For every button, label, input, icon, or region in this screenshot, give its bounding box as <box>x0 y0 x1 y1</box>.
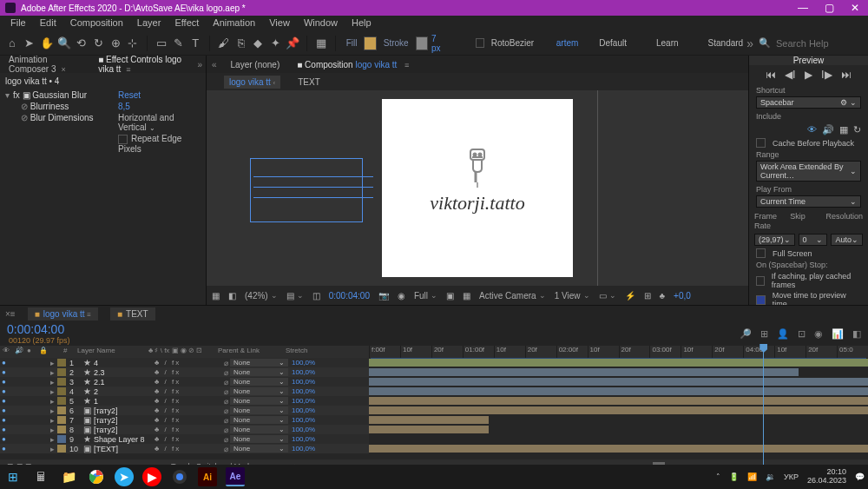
search-help-input[interactable] <box>776 38 863 49</box>
layer-duration-bar[interactable] <box>369 377 868 387</box>
ruler-tick[interactable]: 10f <box>681 346 712 358</box>
parent-dropdown[interactable]: None⌄ <box>230 378 288 386</box>
tl-graph-icon[interactable]: 📊 <box>832 328 844 340</box>
timeline-layer-row[interactable]: ●▸2★2.3♣ / fx⌀None⌄100,0% <box>0 367 369 377</box>
ruler-tick[interactable]: 20f <box>525 346 556 358</box>
panel-chev-left-icon[interactable]: « <box>207 60 222 69</box>
ruler-tick[interactable]: 02:00f <box>556 346 588 358</box>
preview-shortcut-select[interactable]: Spacebar⚙ ⌄ <box>756 96 861 109</box>
timeline-ruler[interactable]: f:00f10f20f01:00f10f20f02:00f10f20f03:00… <box>369 346 868 358</box>
composition-viewer[interactable]: viktorji.tatto <box>207 90 748 286</box>
layer-visibility-icon[interactable]: ● <box>0 368 12 376</box>
tray-wifi-icon[interactable]: 📶 <box>747 472 757 481</box>
viewer-snapshot-icon[interactable]: 📷 <box>378 291 389 301</box>
menu-help[interactable]: Help <box>345 16 378 31</box>
timeline-layer-row[interactable]: ●▸3★2.1♣ / fx⌀None⌄100,0% <box>0 377 369 387</box>
start-button[interactable]: ⊞ <box>3 467 23 486</box>
viewer-camera[interactable]: Active Camera ⌄ <box>479 291 546 301</box>
layer-name[interactable]: [тату2] <box>92 416 153 425</box>
timeline-layer-row[interactable]: ●▸9★Shape Layer 8♣ / fx⌀None⌄100,0% <box>0 434 369 444</box>
maximize-button[interactable]: ▢ <box>816 0 842 16</box>
layer-stretch[interactable]: 100,0% <box>290 426 321 433</box>
timeline-tab-text[interactable]: ■TEXT <box>110 307 155 320</box>
include-audio-icon[interactable]: 🔊 <box>822 124 834 135</box>
parent-dropdown[interactable]: None⌄ <box>230 359 288 367</box>
layer-name[interactable]: [TEXT] <box>92 445 153 453</box>
mask-mode-icon[interactable]: ▦ <box>314 36 328 51</box>
timeline-layer-row[interactable]: ●▸8▣[тату2]♣ / fx⌀None⌄100,0% <box>0 425 369 434</box>
layer-visibility-icon[interactable]: ● <box>0 416 12 424</box>
preview-range-select[interactable]: Work Area Extended By Current…⌄ <box>756 161 861 182</box>
layer-stretch[interactable]: 100,0% <box>290 368 321 376</box>
layer-name[interactable]: 4 <box>92 359 153 367</box>
movetime-checkbox[interactable] <box>756 295 766 305</box>
tl-motionblur-icon[interactable]: ◉ <box>814 328 823 340</box>
layer-duration-bar[interactable] <box>369 387 868 396</box>
cache-checkbox[interactable] <box>756 138 766 148</box>
tray-language[interactable]: УКР <box>784 472 799 481</box>
viewer-timeline-icon[interactable]: ⊞ <box>644 291 651 301</box>
viewer-pixelaspect-icon[interactable]: ▭ ⌄ <box>599 291 616 301</box>
layer-stretch[interactable]: 100,0% <box>290 416 321 424</box>
include-video-icon[interactable]: 👁 <box>807 124 817 135</box>
parent-dropdown[interactable]: None⌄ <box>230 368 288 376</box>
text-tool-icon[interactable]: T <box>188 36 202 51</box>
fill-label[interactable]: Fill <box>346 38 358 48</box>
parent-dropdown[interactable]: None⌄ <box>230 387 288 395</box>
roto-tool-icon[interactable]: ✦ <box>268 36 282 51</box>
timeline-layer-row[interactable]: ●▸10▣[TEXT]♣ / fx⌀None⌄100,0% <box>0 444 369 453</box>
layer-duration-bar[interactable] <box>369 415 868 425</box>
layer-duration-bar[interactable] <box>369 358 868 367</box>
layer-stretch[interactable]: 100,0% <box>290 445 321 453</box>
viewer-mag-icon[interactable]: ▦ <box>212 291 220 301</box>
layer-name[interactable]: [тату2] <box>92 426 153 434</box>
rect-tool-icon[interactable]: ▭ <box>155 36 168 51</box>
workspace-learn[interactable]: Learn <box>656 38 679 48</box>
rotate-tool-icon[interactable]: ↻ <box>91 36 105 51</box>
layer-stretch[interactable]: 100,0% <box>290 378 321 386</box>
layer-visibility-icon[interactable]: ● <box>0 445 12 453</box>
taskbar-calculator-icon[interactable]: 🖩 <box>31 467 50 486</box>
prop-blurdim-value[interactable]: Horizontal and Vertical ⌄ <box>118 113 201 132</box>
taskbar-ytmusic-icon[interactable]: ▶ <box>142 467 161 486</box>
layer-duration-bar[interactable] <box>369 425 868 434</box>
viewer-mask-toggle-icon[interactable]: ◫ <box>312 291 320 301</box>
menu-window[interactable]: Window <box>297 16 345 31</box>
tl-frameblend-icon[interactable]: ⊡ <box>798 328 806 340</box>
breadcrumb-text[interactable]: TEXT <box>293 76 326 89</box>
layer-name[interactable]: 1 <box>92 397 153 406</box>
parent-dropdown[interactable]: None⌄ <box>230 426 288 433</box>
layer-name[interactable]: 2.3 <box>92 368 153 377</box>
col-layername[interactable]: Layer Name <box>75 346 146 358</box>
tl-draft3d-icon[interactable]: ◧ <box>852 328 861 340</box>
next-frame-icon[interactable]: Ⅰ▶ <box>821 69 832 81</box>
viewer-resolution[interactable]: Full ⌄ <box>414 291 437 301</box>
tray-notifications-icon[interactable]: 💬 <box>855 472 865 481</box>
menu-composition[interactable]: Composition <box>63 16 130 31</box>
current-time-indicator[interactable] <box>763 346 764 485</box>
render-queue-icon[interactable]: ×≡ <box>5 309 16 319</box>
ruler-tick[interactable]: 10f <box>494 346 525 358</box>
layer-duration-bar[interactable] <box>369 444 868 453</box>
prop-blurdim[interactable]: Blur Dimensions <box>30 113 94 122</box>
ruler-tick[interactable]: 20f <box>431 346 463 358</box>
ruler-tick[interactable]: 05:0 <box>837 346 868 358</box>
taskbar-chrome2-icon[interactable] <box>170 467 189 486</box>
layer-name[interactable]: Shape Layer 8 <box>92 435 153 444</box>
menu-effect[interactable]: Effect <box>168 16 206 31</box>
include-loop-icon[interactable]: ↻ <box>853 124 861 135</box>
prev-frame-icon[interactable]: ◀Ⅰ <box>785 69 796 81</box>
ruler-tick[interactable]: 10f <box>774 346 806 358</box>
preview-res-select[interactable]: Auto⌄ <box>831 234 863 246</box>
effect-reset[interactable]: Reset <box>118 90 201 100</box>
ruler-tick[interactable]: 03:00f <box>649 346 681 358</box>
repeat-edge-checkbox[interactable] <box>118 135 128 144</box>
layer-duration-bar[interactable] <box>369 367 868 377</box>
include-overlays-icon[interactable]: ▦ <box>839 124 848 135</box>
menu-animation[interactable]: Animation <box>206 16 262 31</box>
viewer-zoom[interactable]: (42%) ⌄ <box>245 291 278 301</box>
ruler-tick[interactable]: 20f <box>619 346 650 358</box>
orbit-tool-icon[interactable]: ⟲ <box>75 36 89 51</box>
clone-tool-icon[interactable]: ⎘ <box>234 36 248 51</box>
last-frame-icon[interactable]: ⏭ <box>841 69 852 81</box>
